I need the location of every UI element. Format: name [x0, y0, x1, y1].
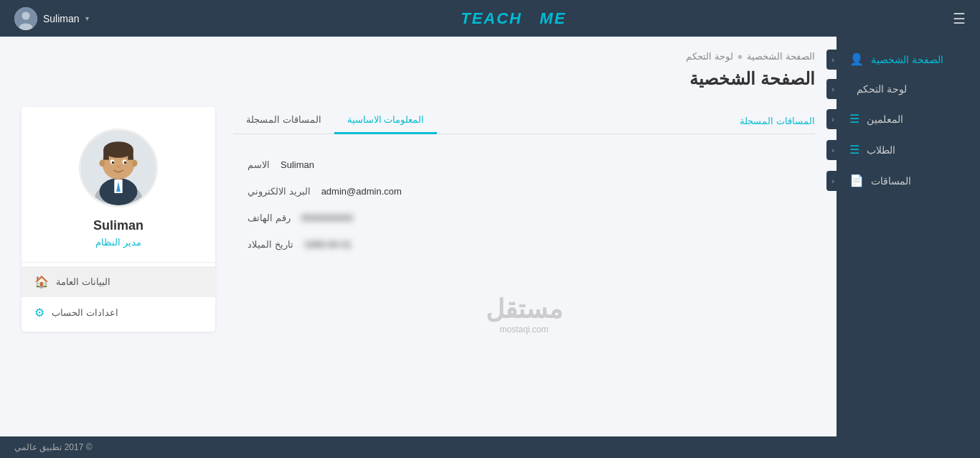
footer-text: © 2017 تطبيق عالمي [14, 442, 93, 452]
brand-text-2: ME [540, 9, 566, 27]
app-brand: TEACH ME [461, 9, 566, 28]
sidebar: الصفحة الشخصية 👤 ‹ لوحة التحكم ‹ المعلمي… [837, 37, 980, 458]
svg-rect-11 [128, 149, 133, 159]
breadcrumb-home[interactable]: لوحة التحكم [686, 51, 733, 62]
sidebar-item-teachers-label: المعلمين [867, 113, 903, 125]
birthdate-row: 1999-06-01 تاريخ الميلاد [248, 239, 801, 250]
sidebar-item-students-label: الطلاب [867, 144, 895, 156]
profile-card-menu: البيانات العامة 🏠 اعدادات الحساب ⚙ [22, 263, 215, 332]
tabs-header: المساقات المسجلة المعلومات الاساسية المس… [233, 107, 815, 134]
profile-photo [79, 128, 158, 207]
svg-point-15 [124, 162, 126, 164]
svg-point-17 [100, 160, 105, 167]
user-icon: 👤 [849, 52, 864, 66]
svg-point-16 [117, 166, 120, 168]
main-content: الصفحة الشخصية ● لوحة التحكم الصفحة الشخ… [0, 37, 837, 458]
sidebar-item-dashboard-label: لوحة التحكم [857, 83, 907, 95]
hamburger-icon[interactable]: ☰ [953, 10, 966, 27]
sidebar-item-courses-label: المساقات [871, 175, 911, 187]
name-label: الاسم [248, 159, 270, 170]
gear-icon: ⚙ [34, 306, 44, 319]
email-row: admin@admin.com البريد الالكتروني [248, 186, 801, 197]
page-title: الصفحة الشخصية [22, 69, 815, 89]
svg-point-1 [22, 11, 29, 19]
svg-point-18 [132, 160, 138, 167]
sidebar-item-students[interactable]: الطلاب ☰ ‹ [837, 134, 980, 165]
sidebar-item-profile[interactable]: الصفحة الشخصية 👤 ‹ [837, 44, 980, 75]
profile-card: Suliman مدير النظام البيانات العامة 🏠 اع… [22, 107, 215, 332]
collapse-btn-dashboard[interactable]: ‹ [826, 79, 839, 99]
svg-rect-10 [103, 149, 109, 159]
home-icon: 🏠 [34, 275, 49, 289]
avatar [14, 7, 37, 30]
sidebar-item-dashboard[interactable]: لوحة التحكم ‹ [837, 75, 980, 103]
tab-registered-courses[interactable]: المساقات المسجلة [233, 107, 334, 134]
breadcrumb: الصفحة الشخصية ● لوحة التحكم [22, 51, 815, 62]
birthdate-label: تاريخ الميلاد [248, 239, 293, 250]
collapse-btn-profile[interactable]: ‹ [826, 50, 839, 70]
phone-value: 0500000000 [301, 212, 353, 223]
menu-item-general-data[interactable]: البيانات العامة 🏠 [22, 266, 215, 297]
name-value: Suliman [281, 159, 314, 170]
watermark: مستقل mostaqi.com [233, 294, 815, 335]
layout: الصفحة الشخصية ● لوحة التحكم الصفحة الشخ… [0, 37, 980, 458]
collapse-btn-courses[interactable]: ‹ [826, 171, 839, 191]
watermark-sub: mostaqi.com [233, 324, 815, 335]
profile-card-top: Suliman مدير النظام [22, 107, 215, 263]
courses-link[interactable]: المساقات المسجلة [740, 116, 815, 134]
breadcrumb-current: الصفحة الشخصية [747, 51, 815, 62]
chevron-down-icon: ▾ [85, 14, 89, 22]
brand-text-1: TEACH [461, 9, 522, 27]
info-rows: Suliman الاسم admin@admin.com البريد الا… [233, 152, 815, 273]
sidebar-item-courses[interactable]: المساقات 📄 ‹ [837, 165, 980, 196]
sidebar-item-teachers[interactable]: المعلمين ☰ ‹ [837, 103, 980, 134]
name-row: Suliman الاسم [248, 159, 801, 170]
svg-point-14 [112, 162, 114, 164]
email-label: البريد الالكتروني [248, 186, 311, 197]
breadcrumb-separator: ● [738, 51, 743, 62]
profile-card-panel: Suliman مدير النظام البيانات العامة 🏠 اع… [22, 107, 215, 335]
navbar-left: ☰ [938, 10, 966, 27]
profile-info-panel: المساقات المسجلة المعلومات الاساسية المس… [233, 107, 815, 335]
menu-item-account-settings-label: اعدادات الحساب [52, 307, 118, 318]
email-value: admin@admin.com [321, 186, 402, 197]
collapse-btn-students[interactable]: ‹ [826, 140, 839, 160]
phone-label: رقم الهاتف [248, 212, 291, 223]
profile-layout: المساقات المسجلة المعلومات الاساسية المس… [22, 107, 815, 335]
phone-row: 0500000000 رقم الهاتف [248, 212, 801, 223]
tabs-list: المعلومات الاساسية المساقات المسجلة [233, 107, 437, 134]
footer: © 2017 تطبيق عالمي [0, 436, 980, 458]
navbar: ☰ TEACH ME ▾ Suliman [0, 0, 980, 37]
menu-item-account-settings[interactable]: اعدادات الحساب ⚙ [22, 297, 215, 328]
menu-item-general-data-label: البيانات العامة [56, 276, 110, 287]
user-menu[interactable]: ▾ Suliman [14, 7, 89, 30]
students-icon: ☰ [849, 143, 859, 156]
tab-basic-info[interactable]: المعلومات الاساسية [334, 107, 438, 134]
profile-card-name: Suliman [36, 218, 201, 233]
teachers-icon: ☰ [849, 112, 859, 126]
birthdate-value: 1999-06-01 [304, 239, 352, 250]
watermark-text: مستقل [233, 294, 815, 324]
courses-icon: 📄 [849, 174, 864, 187]
profile-card-role: مدير النظام [36, 237, 201, 248]
username-label: Suliman [43, 13, 80, 24]
collapse-btn-teachers[interactable]: ‹ [826, 109, 839, 129]
sidebar-item-profile-label: الصفحة الشخصية [871, 54, 943, 65]
